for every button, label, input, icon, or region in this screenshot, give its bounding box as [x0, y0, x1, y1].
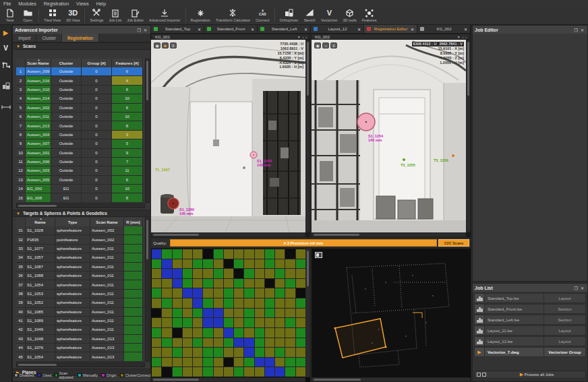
tab-registration[interactable]: Registration	[62, 34, 99, 42]
feature-label[interactable]: S1_1254145 mm	[257, 159, 272, 168]
matrix-cell[interactable]	[285, 367, 295, 377]
matrix-cell[interactable]	[285, 259, 295, 269]
matrix-cell[interactable]	[275, 328, 285, 338]
advanced-importer-button[interactable]: Advanced Importer	[146, 7, 183, 24]
matrix-cell[interactable]	[296, 338, 305, 348]
target-table-row[interactable]: 45S1_1054spherefeatureAussen_013	[16, 352, 144, 361]
matrix-cell[interactable]	[214, 298, 223, 308]
matrix-cell[interactable]	[203, 348, 212, 357]
matrix-cell[interactable]	[265, 367, 274, 377]
job-list-row[interactable]: Standard_Top.lseLayout	[474, 293, 586, 303]
job-list-row[interactable]: Layout_12.lseLayout	[474, 336, 586, 346]
matrix-cell[interactable]	[296, 269, 305, 278]
matrix-cell[interactable]	[296, 367, 305, 377]
matrix-cell[interactable]	[203, 309, 212, 318]
vectorizer-tool[interactable]: V	[3, 44, 8, 52]
matrix-cell[interactable]	[214, 249, 223, 259]
col-cluster[interactable]: Cluster	[51, 59, 82, 67]
matrix-cell[interactable]	[255, 249, 264, 259]
viewport-vertical-scrollbar[interactable]	[466, 40, 471, 232]
matrix-cell[interactable]	[296, 309, 305, 318]
matrix-cell[interactable]	[183, 298, 192, 308]
scan-table-row[interactable]: 11Aussen_006Outside07	[16, 158, 144, 166]
target-table-row[interactable]: 42S1_1049spherefeatureAussen_011	[16, 325, 144, 334]
dropdown-icon[interactable]: ▼	[297, 35, 301, 39]
measure-tool[interactable]	[1, 100, 11, 113]
matrix-cell[interactable]	[234, 249, 243, 259]
matrix-cell[interactable]	[214, 318, 223, 327]
matrix-cell[interactable]	[265, 279, 274, 288]
matrix-cell[interactable]	[203, 338, 212, 348]
matrix-cell[interactable]	[173, 288, 182, 298]
matrix-vertical-scrollbar[interactable]	[305, 249, 310, 377]
menu-registration[interactable]: Registration	[44, 1, 69, 6]
matrix-cell[interactable]	[285, 269, 295, 278]
matrix-cell[interactable]	[152, 259, 161, 269]
document-tab[interactable]: Standard_Left✕	[258, 25, 311, 33]
matrix-cell[interactable]	[224, 358, 233, 367]
matrix-cell[interactable]	[234, 259, 243, 269]
target-table-row[interactable]: 41S1_1089spherefeatureAussen_011	[16, 317, 144, 325]
matrix-cell[interactable]	[152, 298, 161, 308]
matrix-cell[interactable]	[162, 269, 171, 278]
close-icon[interactable]: ✕	[579, 286, 585, 290]
matrix-cell[interactable]	[296, 279, 305, 288]
matrix-cell[interactable]	[162, 328, 171, 338]
col-radius[interactable]: R [mm]	[124, 218, 143, 226]
matrix-cell[interactable]	[244, 338, 254, 348]
floorplan-horizontal-scrollbar[interactable]	[312, 377, 471, 382]
matrix-cell[interactable]	[275, 288, 285, 298]
matrix-cell[interactable]	[224, 367, 233, 377]
matrix-cell[interactable]	[193, 367, 202, 377]
scan-table-row[interactable]: 8Aussen_004Outside03	[16, 131, 144, 139]
matrix-cell[interactable]	[255, 259, 264, 269]
matrix-cell[interactable]	[265, 338, 274, 348]
matrix-cell[interactable]	[214, 348, 223, 357]
grid-view-icon[interactable]	[477, 373, 481, 377]
target-table-row[interactable]: 31S1_1028spherefeatureAussen_002	[16, 226, 144, 235]
matrix-cell[interactable]	[244, 358, 254, 367]
target-table-row[interactable]: 44S1_1076spherefeatureAussen_013	[16, 344, 144, 352]
matrix-cell[interactable]	[244, 348, 254, 357]
crosshair-icon[interactable]: ◉	[314, 42, 321, 49]
matrix-cell[interactable]	[255, 298, 264, 308]
matrix-cell[interactable]	[152, 318, 161, 327]
matrix-cell[interactable]	[265, 259, 274, 269]
matrix-cell[interactable]	[255, 309, 264, 318]
matrix-cell[interactable]	[255, 348, 264, 357]
matrix-cell[interactable]	[224, 249, 233, 259]
viewport-horizontal-scrollbar[interactable]	[151, 232, 305, 237]
matrix-cell[interactable]	[214, 288, 223, 298]
document-tab[interactable]: Standard_Top✕	[151, 25, 204, 33]
matrix-cell[interactable]	[224, 279, 233, 288]
target-table-row[interactable]: 37S1_1054spherefeatureAussen_011	[16, 280, 144, 289]
scan-table-row[interactable]: 10Aussen_001Outside09	[16, 149, 144, 158]
target-table-row[interactable]: 34S1_1057spherefeatureAussen_011	[16, 253, 144, 262]
3d-tools-button[interactable]: 3D tools	[341, 7, 359, 24]
select-arrow-tool[interactable]: ▶	[3, 29, 9, 36]
features-button[interactable]: Features	[359, 7, 380, 24]
matrix-cell[interactable]	[173, 298, 182, 308]
close-icon[interactable]: ✕	[142, 28, 148, 32]
matrix-cell[interactable]	[203, 298, 212, 308]
tab-close-icon[interactable]: ✕	[464, 27, 467, 32]
scan-table-row[interactable]: 4Aussen_014Outside010	[16, 94, 144, 103]
col-features[interactable]: Features [#]	[112, 59, 143, 67]
scan-table-row[interactable]: 14EG_000EG010	[16, 185, 144, 193]
dropdown-icon[interactable]: ▼	[457, 35, 461, 39]
matrix-cell[interactable]	[193, 318, 202, 327]
matrix-cell[interactable]	[275, 309, 285, 318]
matrix-cell[interactable]	[224, 259, 233, 269]
feature-label[interactable]: T3_1255	[401, 163, 415, 167]
targets-section-header[interactable]: ▼ Targets & Spheres & Points & Geodetics	[13, 210, 150, 217]
matrix-cell[interactable]	[162, 338, 171, 348]
tab-import[interactable]: Import	[13, 34, 36, 42]
matrix-cell[interactable]	[193, 328, 202, 338]
matrix-cell[interactable]	[173, 348, 182, 357]
orthophoto-layers-tool[interactable]	[2, 80, 10, 92]
matrix-cell[interactable]	[224, 288, 233, 298]
matrix-cell[interactable]	[255, 269, 264, 278]
matrix-cell[interactable]	[275, 318, 285, 327]
next-scan-button[interactable]: ›	[305, 35, 307, 39]
matrix-cell[interactable]	[193, 279, 202, 288]
